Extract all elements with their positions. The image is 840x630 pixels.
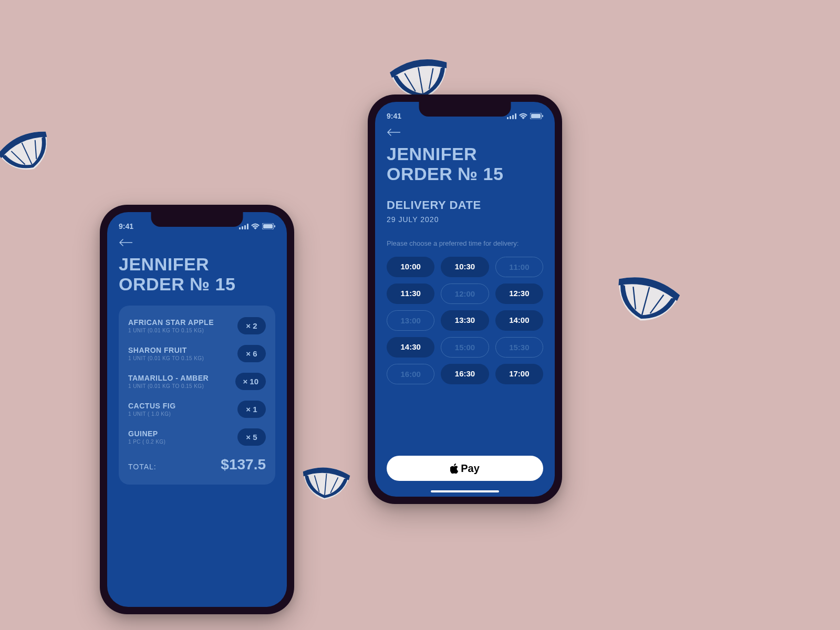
phone-order-summary: 9:41 JENNIFER ORDER № 15 AFRICAN STAR AP…	[100, 205, 294, 614]
page-title-line1: JENNIFER	[119, 254, 275, 274]
page-title-line2: ORDER № 15	[119, 274, 275, 294]
total-label: TOTAL:	[128, 463, 157, 471]
battery-icon	[530, 113, 543, 119]
svg-rect-21	[512, 115, 514, 119]
fruit-slice-icon	[0, 120, 64, 184]
svg-rect-15	[247, 224, 248, 229]
time-slot: 15:30	[495, 337, 543, 358]
order-item: TAMARILLO - AMBER1 UNIT (0.01 KG TO 0.15…	[128, 373, 266, 390]
order-card: AFRICAN STAR APPLE1 UNIT (0.01 KG TO 0.1…	[119, 306, 275, 485]
time-slot[interactable]: 14:00	[495, 310, 543, 331]
notch	[419, 102, 511, 117]
quantity-pill[interactable]: × 1	[237, 401, 266, 418]
order-item-name: CACTUS FIG	[128, 402, 232, 410]
order-item: AFRICAN STAR APPLE1 UNIT (0.01 KG TO 0.1…	[128, 317, 266, 334]
svg-rect-12	[239, 227, 241, 229]
total-row: TOTAL: $137.5	[128, 456, 266, 473]
notch	[151, 212, 243, 227]
svg-rect-25	[542, 115, 543, 117]
order-item-name: AFRICAN STAR APPLE	[128, 318, 232, 327]
status-time: 9:41	[387, 112, 401, 120]
order-item-name: TAMARILLO - AMBER	[128, 374, 230, 382]
cellular-icon	[507, 113, 516, 119]
time-slot: 12:00	[441, 284, 489, 304]
status-indicators	[239, 223, 275, 229]
svg-rect-19	[507, 117, 509, 119]
order-item-desc: 1 UNIT (0.01 KG TO 0.15 KG)	[128, 328, 232, 333]
back-button[interactable]	[119, 237, 134, 248]
time-slot[interactable]: 16:30	[441, 364, 489, 384]
order-item-desc: 1 PC ( 0.2 KG)	[128, 439, 232, 445]
apple-pay-button[interactable]: Pay	[387, 456, 543, 481]
page-title-line2: ORDER № 15	[387, 164, 543, 184]
order-item-desc: 1 UNIT ( 1.0 KG)	[128, 411, 232, 417]
svg-rect-13	[242, 226, 243, 229]
time-slot: 15:00	[441, 337, 489, 358]
arrow-left-icon	[387, 129, 400, 136]
quantity-pill[interactable]: × 10	[235, 373, 266, 390]
order-item: CACTUS FIG1 UNIT ( 1.0 KG)× 1	[128, 401, 266, 418]
delivery-date-value: 29 JULY 2020	[387, 215, 543, 224]
time-slot: 13:00	[387, 310, 434, 331]
time-slot[interactable]: 10:30	[441, 257, 489, 277]
page-title-line1: JENNIFER	[387, 144, 543, 164]
fruit-slice-icon	[603, 265, 689, 333]
pay-label: Pay	[461, 463, 480, 475]
order-item-name: SHARON FRUIT	[128, 346, 232, 354]
time-slot[interactable]: 10:00	[387, 257, 434, 277]
time-grid: 10:0010:3011:0011:3012:0012:3013:0013:30…	[387, 257, 543, 384]
time-slot[interactable]: 17:00	[495, 364, 543, 384]
svg-rect-14	[244, 225, 246, 229]
time-slot[interactable]: 11:30	[387, 284, 434, 304]
apple-logo-icon	[450, 464, 459, 474]
time-slot[interactable]: 12:30	[495, 284, 543, 304]
delivery-date-title: DELIVERY DATE	[387, 198, 543, 212]
order-item: SHARON FRUIT1 UNIT (0.01 KG TO 0.15 KG)×…	[128, 345, 266, 362]
order-item-desc: 1 UNIT (0.01 KG TO 0.15 KG)	[128, 355, 232, 361]
phone-delivery: 9:41 JENNIFER ORDER № 15 DELIVERY DATE 2…	[368, 94, 562, 504]
status-indicators	[507, 113, 543, 119]
quantity-pill[interactable]: × 5	[237, 428, 266, 446]
order-item-name: GUINEP	[128, 429, 232, 438]
order-item: GUINEP1 PC ( 0.2 KG)× 5	[128, 428, 266, 446]
time-slot: 16:00	[387, 364, 434, 384]
order-item-desc: 1 UNIT (0.01 KG TO 0.15 KG)	[128, 383, 230, 389]
arrow-left-icon	[119, 239, 132, 246]
svg-rect-22	[515, 113, 516, 119]
time-prompt: Please choose a preferred time for deliv…	[387, 239, 543, 247]
svg-rect-20	[510, 116, 511, 119]
home-indicator[interactable]	[431, 490, 499, 492]
battery-icon	[262, 223, 275, 229]
quantity-pill[interactable]: × 2	[237, 317, 266, 334]
svg-rect-24	[531, 114, 541, 118]
svg-rect-18	[274, 225, 275, 227]
quantity-pill[interactable]: × 6	[237, 345, 266, 362]
cellular-icon	[239, 224, 248, 229]
time-slot[interactable]: 13:30	[441, 310, 489, 331]
svg-rect-17	[263, 224, 273, 228]
wifi-icon	[519, 113, 527, 119]
wifi-icon	[251, 223, 260, 229]
back-button[interactable]	[387, 127, 402, 138]
total-amount: $137.5	[221, 456, 266, 473]
fruit-slice-icon	[296, 461, 356, 504]
status-time: 9:41	[119, 222, 133, 230]
time-slot: 11:00	[495, 257, 543, 277]
time-slot[interactable]: 14:30	[387, 337, 434, 358]
